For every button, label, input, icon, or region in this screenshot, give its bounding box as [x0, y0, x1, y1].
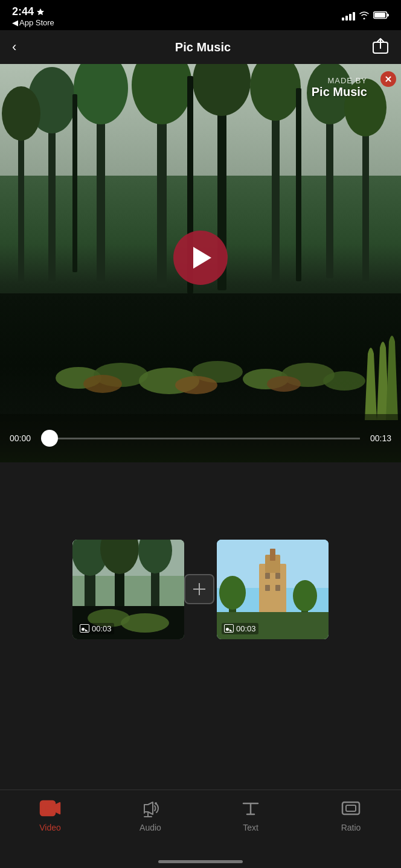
time-start: 00:00 — [10, 433, 36, 443]
wifi-icon — [359, 11, 370, 22]
svg-point-30 — [175, 376, 217, 394]
text-icon — [240, 797, 261, 819]
audio-nav-label: Audio — [140, 823, 161, 832]
status-time: 2:44 — [12, 5, 54, 18]
status-bar: 2:44 ◀ App Store — [0, 0, 401, 30]
svg-point-58 — [155, 802, 157, 805]
svg-rect-60 — [346, 805, 356, 811]
time-end: 00:13 — [365, 433, 391, 443]
svg-rect-19 — [72, 94, 77, 272]
svg-point-6 — [74, 64, 128, 124]
location-icon — [36, 8, 45, 16]
nav-text[interactable]: Text — [226, 797, 275, 832]
clip-2[interactable]: 00:03 — [217, 540, 329, 639]
app-title: Pic Music — [175, 40, 231, 54]
play-button[interactable] — [173, 231, 228, 285]
nav-ratio[interactable]: Ratio — [327, 797, 375, 832]
clip-1[interactable]: 00:03 — [72, 540, 184, 639]
svg-rect-47 — [270, 549, 275, 561]
image-icon-2 — [224, 624, 234, 633]
svg-rect-50 — [265, 585, 270, 591]
back-button[interactable]: ‹ — [12, 39, 34, 55]
watermark-close-button[interactable] — [380, 71, 396, 87]
image-icon-1 — [80, 624, 89, 633]
scrubber-track[interactable] — [41, 438, 360, 439]
video-player[interactable]: MADE BY Pic Music 00:00 00:13 — [0, 64, 401, 462]
audio-icon — [140, 797, 161, 819]
svg-point-29 — [83, 375, 122, 393]
ratio-icon — [340, 797, 362, 819]
watermark-line1: MADE BY — [312, 76, 367, 85]
ratio-nav-icon — [340, 797, 362, 819]
reeds — [329, 299, 401, 420]
watermark-line2: Pic Music — [312, 85, 367, 99]
home-indicator — [158, 860, 243, 863]
svg-rect-1 — [374, 13, 385, 18]
scrubber-thumb[interactable] — [41, 430, 58, 447]
audio-nav-icon — [140, 797, 161, 819]
app-header: ‹ Pic Music — [0, 30, 401, 64]
share-icon — [372, 37, 389, 54]
app-store-back[interactable]: ◀ App Store — [12, 18, 54, 27]
video-timeline: 00:00 00:13 — [0, 414, 401, 462]
status-left: 2:44 ◀ App Store — [12, 5, 54, 27]
text-nav-label: Text — [243, 823, 258, 832]
svg-rect-59 — [342, 802, 359, 814]
spacer — [0, 662, 401, 790]
video-nav-icon — [39, 797, 61, 819]
svg-point-12 — [250, 64, 301, 121]
svg-point-53 — [219, 576, 246, 610]
clip-2-duration: 00:03 — [222, 623, 258, 634]
nav-audio[interactable]: Audio — [126, 797, 175, 832]
svg-rect-21 — [296, 88, 301, 281]
video-nav-label: Video — [39, 823, 61, 832]
svg-point-8 — [132, 64, 192, 124]
time-display: 2:44 — [12, 5, 34, 18]
svg-point-31 — [267, 376, 301, 392]
bottom-nav: Video Audio Text — [0, 790, 401, 868]
svg-rect-49 — [275, 573, 280, 579]
middle-area — [0, 462, 401, 529]
battery-icon — [373, 11, 389, 22]
share-button[interactable] — [372, 37, 389, 57]
lily-pads — [30, 342, 371, 396]
svg-rect-51 — [275, 585, 280, 591]
text-nav-icon — [240, 797, 261, 819]
video-icon — [39, 797, 61, 819]
svg-point-10 — [193, 64, 251, 116]
svg-point-42 — [121, 613, 169, 633]
add-clip-button[interactable] — [184, 574, 214, 604]
play-icon — [193, 247, 211, 269]
svg-rect-48 — [265, 573, 270, 579]
svg-point-55 — [293, 580, 317, 611]
svg-point-16 — [2, 86, 40, 141]
clips-area: 00:03 — [0, 529, 401, 662]
ratio-nav-label: Ratio — [341, 823, 361, 832]
clip-1-duration: 00:03 — [77, 623, 114, 634]
nav-video[interactable]: Video — [26, 797, 74, 832]
signal-icon — [342, 12, 355, 21]
nav-items: Video Audio Text — [0, 790, 401, 832]
status-right — [342, 11, 389, 22]
watermark: MADE BY Pic Music — [312, 76, 367, 99]
